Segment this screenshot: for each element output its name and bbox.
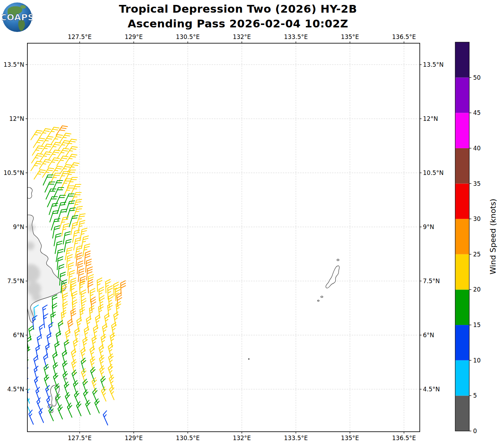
wind-barb (66, 154, 77, 164)
colorbar-segment (455, 289, 469, 325)
y-tick-label-left: 13.5°N (4, 61, 24, 68)
wind-barb (67, 403, 72, 417)
colorbar-segment (455, 219, 469, 254)
wind-barb (58, 405, 62, 419)
wind-barb (103, 411, 108, 425)
wind-barb (86, 400, 90, 414)
colorbar-tick-label: 50 (473, 74, 481, 81)
wind-barb (64, 340, 69, 354)
y-tick-label-right: 10.5°N (423, 169, 444, 176)
colorbar-segment (455, 396, 469, 431)
colorbar-segment (455, 325, 469, 360)
x-tick-label-top: 135°E (341, 33, 359, 40)
palau-islet-north (337, 259, 339, 261)
colorbar-segment (455, 78, 469, 113)
palau-main-island (326, 266, 339, 288)
wind-barb (92, 336, 97, 350)
islet-dot-1 (65, 378, 67, 379)
islet-dot-sonsorol (248, 358, 250, 360)
y-tick-label-left: 10.5°N (4, 169, 24, 176)
wind-barb (39, 408, 44, 423)
grid-layer (27, 43, 420, 432)
colorbar-segment (455, 254, 469, 290)
y-tick-label-right: 6°N (423, 332, 434, 339)
wind-barb (108, 303, 113, 317)
colorbar-axis-label: Wind Speed (knots) (489, 199, 497, 275)
colorbar-tick-label: 45 (473, 109, 481, 116)
y-tick-label-left: 7.5°N (7, 278, 24, 285)
wind-barb (34, 170, 45, 179)
x-tick-label-bottom: 135°E (341, 435, 359, 442)
x-tick-label-top: 133.5°E (284, 33, 308, 40)
wind-barb (56, 249, 63, 262)
x-tick-label-bottom: 130.5°E (176, 435, 200, 442)
colorbar-tick-label: 20 (473, 286, 481, 293)
y-tick-label-right: 13.5°N (423, 61, 444, 68)
x-tick-label-bottom: 133.5°E (284, 435, 308, 442)
colorbar-tick-label: 40 (473, 145, 481, 152)
wind-barb (101, 334, 106, 348)
x-tick-label-bottom: 127.5°E (68, 435, 92, 442)
x-tick-label-top: 136.5°E (392, 33, 416, 40)
x-tick-label-bottom: 129°E (125, 435, 143, 442)
y-tick-label-left: 4.5°N (7, 386, 24, 393)
wind-barb (44, 314, 48, 328)
plot-canvas: 127.5°E127.5°E129°E129°E130.5°E130.5°E13… (0, 0, 504, 444)
wind-barb (95, 399, 99, 413)
wind-barb (49, 406, 53, 421)
colorbar: 05101520253035404550Wind Speed (knots) (455, 42, 497, 435)
wind-barb (46, 189, 56, 199)
plot-border (27, 43, 420, 432)
wind-barb (99, 304, 104, 318)
colorbar-segment (455, 360, 469, 396)
palau-islet-sw1 (321, 296, 323, 298)
colorbar-segment (455, 42, 469, 78)
wind-barb (108, 364, 113, 379)
wind-barb (55, 342, 60, 356)
colorbar-segment (455, 184, 469, 219)
x-tick-label-top: 132°E (233, 33, 251, 40)
y-tick-label-right: 4.5°N (423, 386, 440, 393)
colorbar-tick-label: 35 (473, 180, 481, 187)
colorbar-tick-label: 30 (473, 215, 481, 222)
x-tick-label-bottom: 136.5°E (392, 435, 416, 442)
colorbar-tick-label: 25 (473, 251, 481, 258)
wind-barb (110, 385, 114, 400)
tick-layer: 127.5°E127.5°E129°E129°E130.5°E130.5°E13… (4, 33, 444, 442)
islet-dot-2 (47, 349, 48, 350)
wind-barb (77, 401, 81, 416)
x-tick-label-top: 129°E (125, 33, 143, 40)
wind-barb (29, 410, 33, 424)
palau-islet-sw2 (318, 300, 319, 301)
colorbar-tick-label: 15 (473, 321, 481, 328)
x-tick-label-bottom: 132°E (233, 435, 251, 442)
wind-barb (121, 281, 126, 294)
y-tick-label-right: 9°N (423, 223, 434, 230)
y-tick-label-left: 9°N (13, 223, 24, 230)
wind-barb (73, 380, 78, 395)
wind-barb (73, 339, 78, 353)
y-tick-label-left: 12°N (9, 115, 24, 122)
colorbar-tick-label: 0 (473, 427, 477, 435)
x-tick-label-top: 130.5°E (176, 33, 200, 40)
colorbar-segment (455, 148, 469, 184)
wind-barb (116, 301, 121, 315)
wind-barb (57, 156, 68, 165)
colorbar-tick-label: 5 (473, 392, 477, 399)
wind-barb (83, 337, 88, 351)
y-tick-label-left: 6°N (13, 332, 24, 339)
y-tick-label-right: 7.5°N (423, 278, 440, 285)
siargao-island (27, 187, 32, 198)
y-tick-label-right: 12°N (423, 115, 438, 122)
wind-barb (51, 166, 62, 176)
coastline-layer (22, 187, 339, 413)
wind-barb (31, 161, 42, 171)
colorbar-tick-label: 10 (473, 357, 481, 364)
figure: COAPS Tropical Depression Two (2026) HY-… (0, 0, 504, 444)
wind-barb (48, 158, 59, 167)
colorbar-segment (455, 113, 469, 148)
x-tick-label-top: 127.5°E (68, 33, 92, 40)
